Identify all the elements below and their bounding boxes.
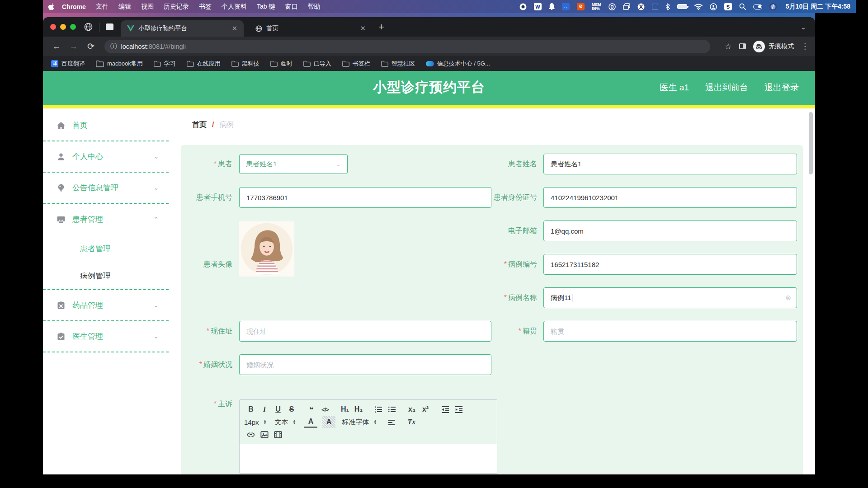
header2-button[interactable]: H₂ <box>352 404 365 415</box>
user-account-icon[interactable] <box>710 3 717 10</box>
display-icon[interactable] <box>652 4 658 10</box>
bookmark-folder[interactable]: 书签栏 <box>342 60 370 68</box>
address-bar[interactable]: ⓘ localhost:8081/#/bingli <box>104 40 710 53</box>
indent-button[interactable] <box>452 404 466 415</box>
clear-format-button[interactable]: Tx <box>405 416 418 428</box>
marital-input[interactable] <box>239 354 491 375</box>
circle-zero-icon[interactable] <box>609 3 616 10</box>
reload-button[interactable]: ⟳ <box>84 41 98 52</box>
menubar-item-view[interactable]: 视图 <box>136 3 159 11</box>
tab-close-icon[interactable]: ✕ <box>359 24 367 33</box>
minimize-window-button[interactable] <box>60 24 66 30</box>
sidebar-item-patient-management[interactable]: 患者管理 ⌃ <box>43 204 169 235</box>
code-block-button[interactable]: </> <box>318 404 332 415</box>
superscript-button[interactable]: x² <box>419 404 432 415</box>
menubar-item-profiles[interactable]: 个人资料 <box>217 3 252 11</box>
font-size-select[interactable]: 14px <box>244 416 259 428</box>
page-scrollbar-thumb[interactable] <box>809 112 813 174</box>
bookmark-folder[interactable]: 已导入 <box>303 60 331 68</box>
memory-indicator[interactable]: MEM86% <box>592 3 601 11</box>
insert-link-button[interactable] <box>244 429 258 441</box>
underline-button[interactable]: U <box>271 404 285 415</box>
patient-avatar[interactable] <box>239 221 294 277</box>
blockquote-button[interactable]: ❝ <box>305 404 318 415</box>
sidebar-subitem-patient-management[interactable]: 患者管理 <box>43 235 169 262</box>
bookmark-folder[interactable]: macbook常用 <box>96 60 143 68</box>
menubar-item-tab[interactable]: Tab 键 <box>252 3 280 11</box>
clear-input-icon[interactable]: ⊗ <box>785 294 791 302</box>
id-card-input[interactable] <box>543 187 797 208</box>
header-user-link[interactable]: 医生 a1 <box>660 82 689 94</box>
record-icon[interactable] <box>519 3 527 10</box>
sidebar-item-personal-center[interactable]: 个人中心 ⌄ <box>43 141 169 173</box>
patient-name-input[interactable] <box>543 154 797 174</box>
back-button[interactable]: ← <box>49 42 64 52</box>
tab-search-caret-icon[interactable]: ⌄ <box>801 23 806 31</box>
windows-stack-icon[interactable] <box>623 3 630 10</box>
battery-icon[interactable] <box>677 4 687 9</box>
bookmark-folder[interactable]: 学习 <box>154 60 176 68</box>
sidebar-item-home[interactable]: 首页 <box>43 110 169 141</box>
word-icon[interactable]: W <box>534 3 542 10</box>
menubar-item-window[interactable]: 窗口 <box>280 3 302 11</box>
bookmark-item[interactable]: 译百度翻译 <box>51 60 85 68</box>
spinner-icon[interactable]: ▲▼ <box>373 419 377 425</box>
header-logout-link[interactable]: 退出登录 <box>764 82 799 94</box>
email-input[interactable] <box>543 221 797 241</box>
header-back-to-front-link[interactable]: 退出到前台 <box>705 82 748 94</box>
globe-icon[interactable] <box>84 23 93 31</box>
sidebar-subitem-case-management[interactable]: 病例管理 <box>43 262 169 289</box>
bullet-list-button[interactable] <box>385 404 399 415</box>
font-family-select[interactable]: 标准字体 <box>342 416 369 428</box>
menubar-item-bookmarks[interactable]: 书签 <box>194 3 217 11</box>
bold-button[interactable]: B <box>244 404 258 415</box>
bookmark-item[interactable]: 信息技术中心 / 5G... <box>426 60 490 68</box>
apple-logo-icon[interactable] <box>48 3 55 10</box>
header1-button[interactable]: H₁ <box>338 404 352 415</box>
sidebar-item-medicine-management[interactable]: 药品管理 ⌄ <box>43 290 169 321</box>
teamviewer-icon[interactable]: ↔ <box>562 3 570 10</box>
control-center-icon[interactable] <box>753 4 762 9</box>
insert-video-button[interactable] <box>271 429 285 441</box>
insert-image-button[interactable] <box>258 429 271 441</box>
spinner-icon[interactable]: ▲▼ <box>264 419 267 425</box>
patient-select[interactable]: 患者姓名1 ⌄ <box>239 154 348 174</box>
case-name-input[interactable]: 病例11 ⊗ <box>543 287 797 308</box>
sidebar-item-notice-management[interactable]: 公告信息管理 ⌄ <box>43 173 169 204</box>
gear-icon[interactable]: ⚙ <box>577 3 585 10</box>
browser-globe-icon[interactable] <box>769 3 777 10</box>
spotlight-search-icon[interactable] <box>739 3 746 10</box>
subscript-button[interactable]: x₂ <box>405 404 419 415</box>
outdent-button[interactable] <box>439 404 452 415</box>
case-no-input[interactable] <box>543 254 797 275</box>
menubar-clock[interactable]: 5月10日 周二 下午4:58 <box>786 3 850 11</box>
bookmark-folder[interactable]: 黑科技 <box>231 60 259 68</box>
wifi-icon[interactable] <box>694 4 703 10</box>
site-info-icon[interactable]: ⓘ <box>110 42 117 51</box>
sidebar-item-doctor-management[interactable]: 医生管理 ⌄ <box>43 321 169 352</box>
strikethrough-button[interactable]: S <box>285 404 298 415</box>
s-app-icon[interactable]: S <box>724 3 732 10</box>
text-color-button[interactable]: A <box>304 416 317 428</box>
scissors-icon[interactable] <box>637 3 645 10</box>
highlight-color-button[interactable]: A <box>322 416 335 428</box>
new-tab-button[interactable]: + <box>378 21 384 33</box>
menubar-item-history[interactable]: 历史记录 <box>159 3 194 11</box>
side-panel-icon[interactable] <box>739 43 746 49</box>
forward-button[interactable]: → <box>66 42 81 52</box>
native-place-input[interactable] <box>543 321 797 342</box>
menubar-app-name[interactable]: Chrome <box>57 3 91 10</box>
bookmark-folder[interactable]: 临时 <box>270 60 292 68</box>
notification-bell-icon[interactable] <box>549 3 555 10</box>
spinner-icon[interactable]: ▲▼ <box>292 419 296 425</box>
browser-menu-icon[interactable]: ⋮ <box>801 42 809 51</box>
blank-tab-icon[interactable] <box>106 23 113 30</box>
menubar-item-help[interactable]: 帮助 <box>302 3 325 11</box>
tab-inactive[interactable]: 首页 ✕ <box>249 20 372 37</box>
tab-close-icon[interactable]: ✕ <box>231 24 238 33</box>
menubar-item-file[interactable]: 文件 <box>91 3 113 11</box>
zoom-window-button[interactable] <box>70 24 76 30</box>
menubar-item-edit[interactable]: 编辑 <box>113 3 136 11</box>
breadcrumb-home[interactable]: 首页 <box>192 120 207 130</box>
bookmark-folder[interactable]: 智慧社区 <box>381 60 415 68</box>
